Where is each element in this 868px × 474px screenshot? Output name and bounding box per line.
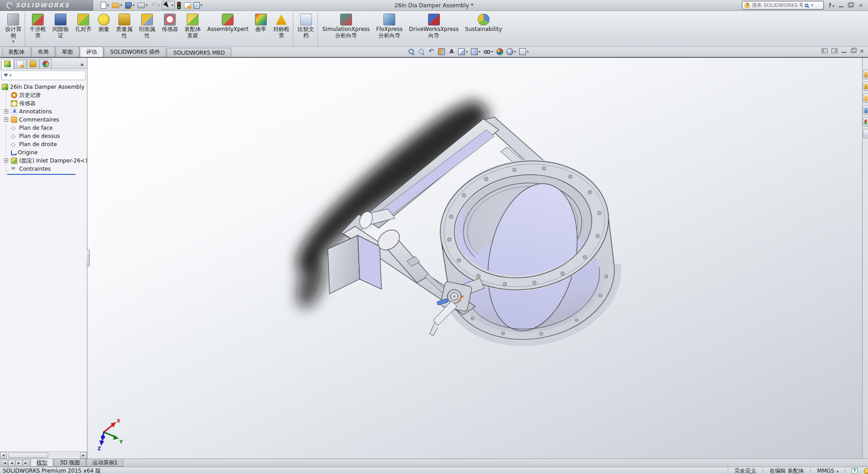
headsup-button-3d-drawing-view[interactable] <box>448 48 455 56</box>
units-dropdown-icon[interactable]: ▴ <box>837 469 838 473</box>
viewport-3d-canvas[interactable]: X Y Z <box>87 58 862 459</box>
ribbon-button-sustainability[interactable]: Sustainability <box>462 12 505 46</box>
tab-scroll-first[interactable]: |◀ <box>1 460 8 466</box>
toggle-right-pane-icon[interactable] <box>832 48 837 53</box>
tab-scroll-last[interactable]: ▶| <box>23 460 30 466</box>
tree-expander-icon[interactable] <box>4 158 8 163</box>
ribbon-button-floxpress[interactable]: FloXpress 分析向导 <box>373 12 406 46</box>
tab-evaluate[interactable]: 评估 <box>80 46 103 57</box>
filter-dropdown-icon[interactable]: ▾ <box>10 73 11 77</box>
ribbon-button-interference-check[interactable]: 干涉检 查 <box>26 12 49 46</box>
dropdown-arrow-icon[interactable] <box>171 3 173 7</box>
tree-item-plane-front[interactable]: Plan de face <box>6 124 86 132</box>
tab-sketch[interactable]: 草图 <box>56 46 79 57</box>
search-input[interactable] <box>752 2 803 8</box>
ribbon-button-symmetry-check[interactable]: 对称检 查 <box>270 12 293 46</box>
tree-item-comments[interactable]: Commentaires <box>6 116 86 124</box>
ribbon-button-compare-documents[interactable]: 比较文 档 <box>295 12 318 46</box>
search-box[interactable]: ? <box>742 1 824 10</box>
taskpane-button-view-palette[interactable] <box>863 105 868 115</box>
tab-scroll-next[interactable]: ▶ <box>15 460 22 466</box>
tab-solidworks-mbd[interactable]: SOLIDWORKS MBD <box>167 48 231 57</box>
tree-item-plane-right[interactable]: Plan de droite <box>6 140 86 148</box>
tree-item-inlet-damper[interactable]: (固定) Inlet Damper-26<1 <box>6 157 86 165</box>
qat-button-undo[interactable] <box>150 1 160 9</box>
rollback-bar[interactable] <box>7 174 76 175</box>
scroll-right-button[interactable]: ▶ <box>80 452 87 459</box>
tab-solidworks-addins[interactable]: SOLIDWORKS 插件 <box>104 46 166 57</box>
panel-tab-configurationmanager[interactable] <box>27 59 39 69</box>
document-close-button[interactable]: × <box>859 48 864 53</box>
window-minimize-button[interactable] <box>839 4 843 7</box>
ribbon-button-design-study[interactable]: 设计算 例 <box>2 12 25 46</box>
headsup-button-display-style[interactable] <box>470 48 481 56</box>
qat-button-save[interactable] <box>124 2 135 9</box>
tree-item-mates[interactable]: Contraintes <box>6 165 86 173</box>
taskpane-button-home[interactable] <box>863 70 868 79</box>
status-help[interactable]: ? <box>845 467 864 474</box>
taskpane-button-design-library[interactable] <box>863 82 868 91</box>
qat-button-open[interactable] <box>111 2 123 9</box>
window-restore-button[interactable] <box>848 3 853 7</box>
dropdown-arrow-icon[interactable] <box>120 3 122 7</box>
ribbon-button-clearance-verify[interactable]: 间隙验 证 <box>49 12 72 46</box>
tab-layout[interactable]: 布局 <box>31 46 55 57</box>
ribbon-button-measure[interactable]: 测量 <box>95 12 113 46</box>
graphics-viewport[interactable]: X Y Z <box>87 58 862 459</box>
taskpane-button-file-explorer[interactable] <box>863 93 868 103</box>
headsup-button-previous-view[interactable] <box>428 48 435 56</box>
headsup-button-zoom-to-area[interactable] <box>418 48 425 56</box>
taskpane-button-appearances[interactable] <box>863 117 868 127</box>
ribbon-button-section-properties[interactable]: 剖面属 性 <box>136 12 158 46</box>
tree-item-history[interactable]: 历史记录 <box>6 91 86 99</box>
dropdown-arrow-icon[interactable] <box>158 3 159 7</box>
qat-button-file-properties[interactable] <box>183 2 191 9</box>
panel-tabs-chevron[interactable]: » <box>80 61 86 69</box>
document-restore-button[interactable] <box>851 49 855 53</box>
ribbon-button-assemblyxpert[interactable]: AssemblyXpert <box>204 12 252 46</box>
dropdown-arrow-icon[interactable] <box>527 50 529 54</box>
panel-tab-propertymanager[interactable] <box>14 59 26 69</box>
scroll-left-button[interactable]: ◀ <box>0 452 7 459</box>
ribbon-button-assembly-visualization[interactable]: 装配体 直观 <box>181 12 204 46</box>
panel-tab-featuremanager-tree[interactable] <box>1 59 14 69</box>
ribbon-button-sensor[interactable]: 传感器 <box>158 12 181 46</box>
tree-item-sensors[interactable]: 传感器 <box>6 99 86 107</box>
search-dropdown-icon[interactable] <box>811 3 813 7</box>
headsup-button-view-settings[interactable] <box>519 48 529 56</box>
tree-root-assembly[interactable]: 26in Dia Damper Assembly <box>2 83 86 91</box>
panel-horizontal-scrollbar[interactable]: ◀ ▶ <box>0 451 87 459</box>
qat-button-rebuild-status[interactable] <box>176 1 182 10</box>
headsup-button-apply-scene[interactable] <box>506 48 516 56</box>
tree-item-annotations[interactable]: Annotations <box>6 107 86 116</box>
ribbon-button-driveworksxpress[interactable]: DriveWorksXpress 向导 <box>406 12 462 46</box>
status-badge-icon[interactable] <box>864 468 868 474</box>
bottom-tab-motion-study-1[interactable]: 运动算例1 <box>87 459 124 467</box>
tab-assembly[interactable]: 装配体 <box>2 46 31 57</box>
headsup-button-hide-show-items[interactable] <box>483 48 494 56</box>
taskpane-button-custom-properties[interactable] <box>863 129 868 138</box>
ribbon-button-hole-alignment[interactable]: 孔对齐 <box>72 12 95 46</box>
dropdown-arrow-icon[interactable] <box>491 50 493 54</box>
qat-button-print[interactable] <box>137 2 148 9</box>
window-close-button[interactable]: × <box>857 2 864 9</box>
help-menu-button[interactable]: ? <box>828 2 834 9</box>
bottom-tab-3d-views[interactable]: 3D 视图 <box>54 459 86 467</box>
units-selector[interactable]: MMGS ▴ <box>810 467 845 474</box>
quick-tip-icon[interactable]: ? <box>852 468 858 474</box>
tab-scroll-prev[interactable]: ◀ <box>8 460 15 466</box>
panel-splitter[interactable] <box>87 249 90 266</box>
dropdown-arrow-icon[interactable] <box>201 3 203 7</box>
qat-button-new[interactable] <box>100 1 110 9</box>
search-icon[interactable] <box>805 4 808 7</box>
toggle-left-pane-icon[interactable] <box>822 48 827 53</box>
dropdown-arrow-icon[interactable] <box>146 3 148 7</box>
headsup-button-edit-appearance[interactable] <box>496 48 504 56</box>
qat-button-select[interactable] <box>162 1 174 10</box>
tree-expander-icon[interactable] <box>4 117 8 122</box>
tree-expander-icon[interactable] <box>4 109 8 113</box>
dropdown-arrow-icon[interactable] <box>466 50 468 54</box>
headsup-button-section-view[interactable] <box>438 48 445 56</box>
headsup-button-zoom-to-fit[interactable] <box>408 48 415 56</box>
panel-tab-displaymanager[interactable] <box>40 59 52 69</box>
